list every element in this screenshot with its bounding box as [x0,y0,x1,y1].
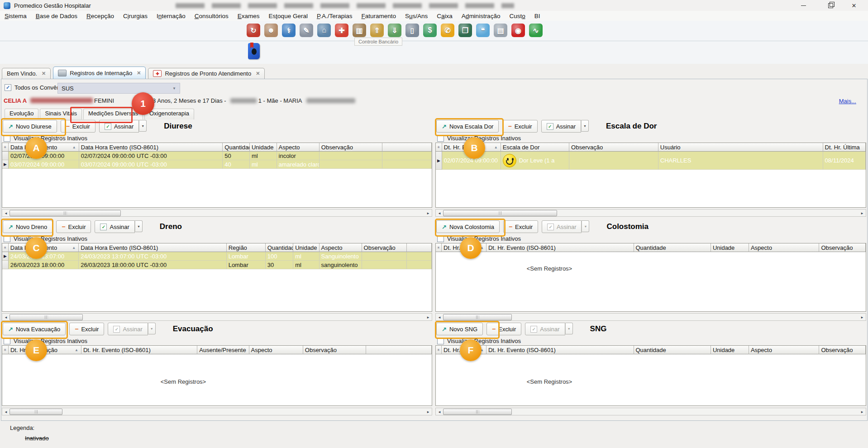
tab-registros-de-pronto-atendimento[interactable]: ✚Registros de Pronto Atendimento✕ [148,68,265,79]
column-header-observacao[interactable]: Observação [320,143,382,152]
ambulance-icon[interactable]: ✚ [335,24,348,37]
sng-new-button[interactable]: ↗Novo SNG [436,323,483,335]
dreno-table-row[interactable]: 26/03/2023 18:00:0026/03/2023 18:00:00 U… [2,261,432,269]
close-button[interactable]: ✕ [844,0,864,11]
evacuacao-assinar-dropdown[interactable]: ▼ [148,323,156,334]
column-header-escala-de-dor[interactable]: Escala de Dor [501,143,569,152]
column-header-dt-hr-evento-iso-8601[interactable]: Dt. Hr. Evento (ISO-8601) [486,346,634,354]
sng-hscrollbar[interactable]: ◂▸ [435,408,866,415]
menu-recepcao[interactable]: Recepção [82,13,119,19]
escala-de-dor-table-row[interactable]: ▶02/07/2024 09:00:00Dor Leve (1 aCHARLLE… [436,152,866,170]
tab-close-icon[interactable]: ✕ [256,71,260,76]
evacuacao-assinar-button[interactable]: ✓Assinar [108,323,148,335]
hospital-bed-icon[interactable]: ⌂ [317,24,331,37]
menu-sus-ans[interactable]: Sus/Ans [401,13,432,19]
convenio-select[interactable]: SUS ▼ [57,83,180,94]
column-header-quantidade[interactable]: Quantidade [223,143,250,152]
menu-base-de-dados[interactable]: Base de Dados [31,13,82,19]
monitor-pulse-icon[interactable]: ∿ [529,24,543,37]
column-header-aspecto[interactable]: Aspecto [277,143,320,152]
sng-assinar-button[interactable]: ✓Assinar [525,323,565,335]
menu-faturamento[interactable]: Faturamento [357,13,401,19]
revenue-up-icon[interactable]: ⇑ [370,24,384,37]
column-header-blank[interactable] [407,243,432,252]
finance-calculator-icon[interactable]: $ [423,24,437,37]
column-header-observacao[interactable]: Observação [303,346,366,354]
column-header-data-hora-evento-iso-8601[interactable]: Data Hora Evento (ISO-8601) [79,243,226,252]
menu-internacao[interactable]: Internação [152,13,190,19]
chat-icon[interactable]: ❝ [476,24,490,37]
dreno-excluir-button[interactable]: −Excluir [56,220,91,233]
column-header-dt-hr-evento-iso-8601[interactable]: Dt. Hr. Evento (ISO-8601) [486,243,634,252]
prescription-icon[interactable]: ✎ [300,24,313,37]
diurese-assinar-button[interactable]: ✓Assinar [99,120,139,133]
escala-de-dor-new-button[interactable]: ↗Nova Escala Dor [436,120,499,133]
row-selector-cell[interactable]: ▶ [2,160,9,169]
column-header-unidade[interactable]: Unidade [293,243,319,252]
subtab-evolucao[interactable]: Evolução [5,109,38,119]
expense-down-icon[interactable]: ⇓ [388,24,401,37]
patient-exchange-icon[interactable]: ↻ [247,24,260,37]
scroll-right-icon[interactable]: ▸ [858,410,866,414]
doctor-icon[interactable]: ⚕ [282,24,296,37]
sng-scroll-thumb[interactable] [443,409,512,415]
scroll-right-icon[interactable]: ▸ [858,315,866,319]
escala-de-dor-assinar-button[interactable]: ✓Assinar [541,120,581,133]
diurese-table-row[interactable]: 02/07/2024 09:00:0002/07/2024 09:00:00 U… [2,152,432,160]
scroll-right-icon[interactable]: ▸ [858,211,866,215]
scroll-right-icon[interactable]: ▸ [424,315,432,319]
dreno-assinar-dropdown[interactable]: ▼ [135,220,143,232]
column-header-quantidade[interactable]: Quantidade [266,243,293,252]
subtab-sinais-vitais[interactable]: Sinais Vitais [40,109,82,119]
menu-administracao[interactable]: Administração [457,13,505,19]
scroll-left-icon[interactable]: ◂ [436,211,443,215]
column-header-aspecto[interactable]: Aspecto [320,243,362,252]
phonebook-icon[interactable]: ✆ [441,24,454,37]
evacuacao-hscrollbar[interactable]: ◂▸ [2,408,432,415]
bank-safe-icon[interactable]: ▯ [405,24,419,37]
todos-convenios-checkbox[interactable]: ✓ [5,84,11,91]
restore-button[interactable] [820,0,841,11]
column-header-unidade[interactable]: Unidade [250,143,277,152]
row-selector-cell[interactable] [2,261,9,269]
menu-consultorios[interactable]: Consultórios [190,13,233,19]
column-header-quantidade[interactable]: Quantidade [634,346,711,354]
evacuacao-new-button[interactable]: ↗Nova Evacuação [3,323,66,335]
escala-de-dor-inativos-checkbox[interactable] [437,135,444,142]
scroll-right-icon[interactable]: ▸ [424,211,432,215]
evacuacao-inativos-checkbox[interactable] [4,338,10,344]
colostomia-scroll-thumb[interactable] [443,314,512,320]
scroll-left-icon[interactable]: ◂ [2,410,10,414]
colostomia-inativos-checkbox[interactable] [437,235,444,242]
mais-link[interactable]: Mais... [839,98,856,105]
power-off-icon[interactable]: ◉ [511,24,525,37]
menu-custo[interactable]: Custo [505,13,529,19]
scroll-left-icon[interactable]: ◂ [436,410,443,414]
column-header-quantidade[interactable]: Quantidade [634,243,711,252]
sng-inativos-checkbox[interactable] [437,338,444,344]
column-header-dt-hr-evento-iso-8601[interactable]: Dt. Hr. Evento (ISO-8601) [81,346,197,354]
colostomia-assinar-button[interactable]: ✓Assinar [542,220,582,233]
evacuacao-excluir-button[interactable]: −Excluir [69,323,104,335]
evacuacao-scroll-thumb[interactable] [10,409,62,415]
colostomia-excluir-button[interactable]: −Excluir [503,220,538,233]
menu-estoque-geral[interactable]: Estoque Geral [264,13,312,19]
diurese-scroll-thumb[interactable] [10,210,121,216]
menu-cirurgias[interactable]: Cirurgias [119,13,152,19]
menu-caixa[interactable]: Caixa [432,13,457,19]
column-header-blank[interactable] [382,143,432,152]
tab-close-icon[interactable]: ✕ [137,70,141,76]
row-selector-cell[interactable] [2,152,9,160]
scroll-left-icon[interactable]: ◂ [2,315,10,319]
column-header-usuario[interactable]: Usuário [658,143,823,152]
dreno-table-row[interactable]: ▶24/03/2023 13:07:0024/03/2023 13:07:00 … [2,252,432,261]
tab-bem-vindo[interactable]: Bem Vindo.✕ [2,68,51,79]
diurese-assinar-dropdown[interactable]: ▼ [139,120,147,132]
column-header-data-hora-evento-iso-8601[interactable]: Data Hora Evento (ISO-8601) [79,143,223,152]
sng-assinar-dropdown[interactable]: ▼ [565,323,573,334]
tab-close-icon[interactable]: ✕ [42,71,46,76]
scroll-right-icon[interactable]: ▸ [424,410,432,414]
row-selector-cell[interactable]: ▶ [436,152,442,170]
menu-sistema[interactable]: Sistema [0,13,31,19]
dreno-assinar-button[interactable]: ✓Assinar [95,220,134,233]
